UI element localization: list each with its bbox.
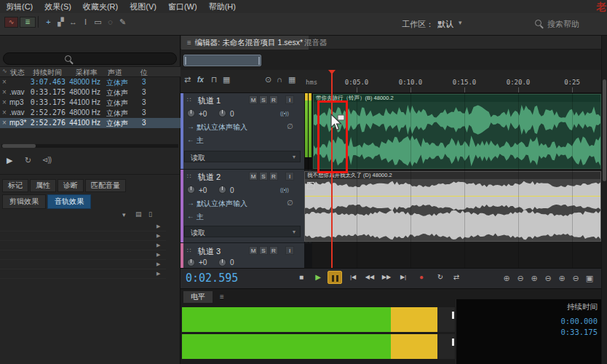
preview-play-button[interactable]: ▶ bbox=[7, 156, 12, 165]
automation-mode-select[interactable]: 读取 ▾ bbox=[184, 151, 301, 162]
menu-help[interactable]: 帮助(H) bbox=[209, 1, 236, 12]
mute-button[interactable]: M bbox=[249, 246, 258, 255]
pan-value[interactable]: 0 bbox=[230, 258, 234, 266]
grid-icon[interactable]: ▦ bbox=[288, 76, 295, 84]
preset-dropdown-icon[interactable]: ▾ bbox=[122, 211, 126, 218]
help-search-placeholder[interactable]: 搜索帮助 bbox=[547, 19, 579, 30]
files-hscrollbar-thumb[interactable] bbox=[2, 144, 36, 148]
tab-properties[interactable]: 属性 bbox=[30, 179, 56, 192]
zoom-in-horizontal-button[interactable]: ⊕ bbox=[528, 272, 540, 284]
volume-value[interactable]: +0 bbox=[199, 110, 207, 118]
levels-tab[interactable]: 电平 bbox=[183, 291, 213, 303]
zoom-out-vertical-button[interactable]: ⊖ bbox=[570, 272, 582, 284]
slip-tool-icon[interactable]: ↔ bbox=[67, 14, 79, 30]
chevron-right-icon[interactable]: ▶ bbox=[156, 242, 160, 248]
mute-button[interactable]: M bbox=[249, 95, 258, 104]
trash-icon[interactable]: ▯ bbox=[148, 210, 152, 218]
time-selection-tool-icon[interactable]: I bbox=[79, 14, 92, 30]
input-select[interactable]: 默认立体声输入 bbox=[197, 199, 282, 209]
menu-effects[interactable]: 效果(S) bbox=[44, 1, 71, 12]
volume-knob[interactable] bbox=[187, 109, 195, 117]
column-status[interactable]: 状态 bbox=[10, 68, 25, 78]
volume-knob[interactable] bbox=[187, 186, 195, 194]
effect-slot[interactable]: ▶ bbox=[0, 240, 166, 250]
selection-duration-value[interactable]: 0:00.000 bbox=[536, 317, 598, 325]
file-row[interactable]: × .wav 2:52.276 48000 Hz 立体声 3 bbox=[0, 108, 180, 118]
navigator-handle-right[interactable] bbox=[258, 57, 260, 65]
zoom-navigator[interactable] bbox=[180, 50, 601, 70]
solo-button[interactable]: S bbox=[259, 172, 268, 181]
duration-column-header[interactable]: 持续时间 bbox=[536, 302, 598, 312]
automation-mode-select[interactable]: 读取 ▾ bbox=[184, 226, 301, 237]
record-button[interactable]: ● bbox=[414, 271, 429, 284]
navigator-handle-left[interactable] bbox=[185, 57, 186, 65]
pan-knob[interactable] bbox=[218, 186, 226, 194]
monitor-input-button[interactable]: I bbox=[285, 246, 294, 255]
help-search-icon[interactable] bbox=[535, 20, 541, 26]
panel-menu-icon[interactable]: ≡ bbox=[220, 293, 224, 301]
monitor-input-button[interactable]: I bbox=[285, 95, 294, 104]
razor-tool-icon[interactable]: ▞ bbox=[55, 14, 67, 30]
file-row[interactable]: × .wav 0:33.175 48000 Hz 立体声 3 bbox=[0, 87, 180, 98]
column-channels[interactable]: 声道 bbox=[108, 68, 122, 78]
output-select[interactable]: 主 bbox=[197, 135, 204, 146]
column-bit-depth[interactable]: 位 bbox=[140, 68, 148, 78]
editor-tab[interactable]: ≡ 编辑器: 未命名混音项目 1.sesx* bbox=[181, 36, 309, 50]
zoom-out-horizontal-button[interactable]: ⊖ bbox=[542, 272, 554, 284]
move-tool-icon[interactable]: + bbox=[42, 14, 55, 30]
navigator-range-thumb[interactable] bbox=[183, 55, 261, 66]
arm-record-button[interactable]: R bbox=[269, 172, 278, 181]
zoom-in-button[interactable]: ⊕ bbox=[501, 272, 512, 284]
zoom-selection-button[interactable]: ▣ bbox=[584, 272, 595, 284]
play-button[interactable]: ▶ bbox=[311, 271, 325, 284]
column-sample-rate[interactable]: 采样率 bbox=[76, 68, 98, 78]
files-hscrollbar[interactable] bbox=[1, 144, 178, 148]
tab-diagnostics[interactable]: 诊断 bbox=[57, 179, 84, 192]
mixer-tab[interactable]: 混音器 bbox=[297, 38, 335, 48]
zoom-in-vertical-button[interactable]: ⊕ bbox=[556, 272, 568, 284]
tab-track-effects[interactable]: 音轨效果 bbox=[47, 194, 91, 209]
shuttle-button[interactable]: ⇄ bbox=[449, 271, 464, 284]
effect-slot[interactable]: ▶ bbox=[0, 250, 166, 260]
chevron-right-icon[interactable]: ▶ bbox=[156, 271, 160, 277]
pan-value[interactable]: 0 bbox=[230, 186, 234, 194]
phase-icon[interactable]: ∅ bbox=[287, 199, 293, 207]
vertical-scrollbar-thumb[interactable] bbox=[603, 79, 606, 181]
file-row[interactable]: × mp3 0:33.175 44100 Hz 立体声 3 bbox=[0, 98, 180, 108]
vertical-scrollbar[interactable] bbox=[601, 36, 607, 364]
audio-clip-track2[interactable]: 我不想你离开我太久了 (D) 48000.2 bbox=[304, 171, 601, 242]
skip-to-start-button[interactable]: |◀ bbox=[346, 271, 360, 284]
sort-icon[interactable]: ∿ bbox=[2, 68, 7, 74]
clock-icon[interactable]: ⊙ bbox=[265, 76, 271, 84]
track-name[interactable]: 轨道 2 bbox=[198, 172, 221, 183]
menu-view[interactable]: 视图(V) bbox=[130, 1, 156, 12]
save-preset-icon[interactable]: ▤ bbox=[135, 210, 142, 218]
column-duration[interactable]: 持续时间 bbox=[33, 68, 62, 78]
pan-knob[interactable] bbox=[218, 109, 226, 117]
tab-markers[interactable]: 标记 bbox=[2, 179, 28, 192]
arrows-icon[interactable]: ⇄ bbox=[184, 76, 191, 84]
chevron-right-icon[interactable]: ▶ bbox=[156, 261, 160, 267]
panel-menu-icon[interactable]: ≡ bbox=[187, 39, 191, 47]
skip-to-end-button[interactable]: ▶| bbox=[396, 271, 410, 284]
track-name[interactable]: 轨道 1 bbox=[198, 95, 221, 106]
playhead-handle[interactable] bbox=[328, 70, 336, 74]
chevron-right-icon[interactable]: ▶ bbox=[156, 252, 160, 258]
menu-clip[interactable]: 剪辑(C) bbox=[6, 1, 33, 12]
loop-playback-button[interactable]: ↻ bbox=[433, 271, 448, 284]
workspace-value[interactable]: 默认 bbox=[437, 19, 453, 30]
chevron-right-icon[interactable]: ▶ bbox=[156, 233, 160, 239]
lasso-tool-icon[interactable]: ◌ bbox=[104, 14, 116, 30]
tab-clip-effects[interactable]: 剪辑效果 bbox=[2, 194, 46, 209]
track-name[interactable]: 轨道 3 bbox=[198, 246, 221, 257]
chevron-right-icon[interactable]: ▶ bbox=[156, 223, 160, 229]
monitor-input-button[interactable]: I bbox=[285, 172, 294, 181]
bars-icon[interactable]: ▦ bbox=[223, 76, 230, 84]
volume-knob[interactable] bbox=[187, 258, 195, 266]
stop-button[interactable]: ■ bbox=[294, 271, 309, 284]
arm-record-button[interactable]: R bbox=[269, 246, 278, 255]
paintbrush-tool-icon[interactable]: ✎ bbox=[116, 14, 129, 30]
rewind-button[interactable]: ◀◀ bbox=[362, 271, 377, 284]
track-header-2[interactable]: ∷ 轨道 2 M S R I +0 0 ((•)) → 默认立体声输入 ∅ ← … bbox=[180, 170, 304, 243]
mute-button[interactable]: M bbox=[249, 172, 258, 181]
